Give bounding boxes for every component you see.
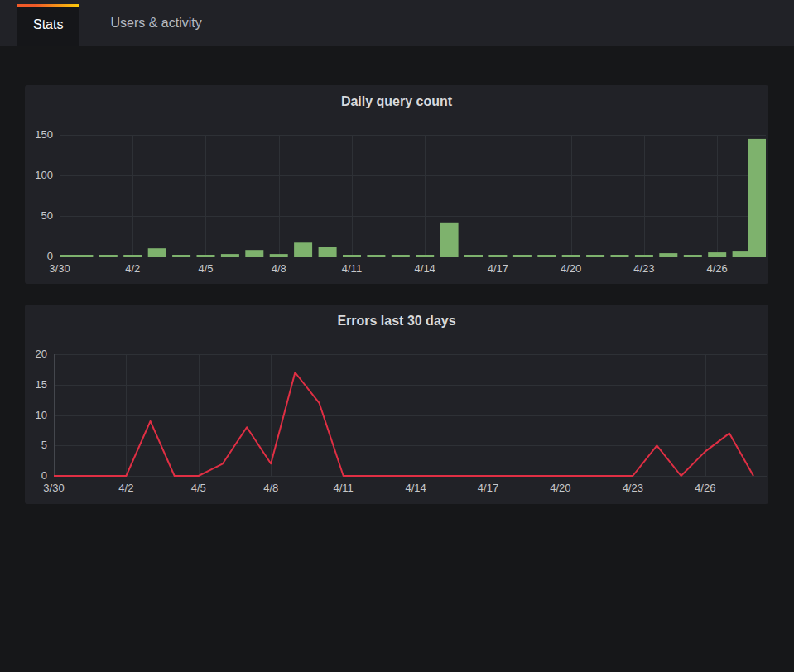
query-count-bar: [440, 223, 459, 257]
y-tick-label: 5: [25, 439, 47, 452]
tab-users-activity-label: Users & activity: [110, 16, 201, 31]
query-count-bar: [586, 255, 604, 257]
x-tick-label: 4/14: [405, 482, 426, 495]
bar-plot-area[interactable]: [60, 135, 766, 257]
x-tick-label: 4/5: [198, 262, 213, 276]
errors-line-series: [54, 372, 753, 476]
query-count-bar: [659, 253, 677, 257]
query-count-bar: [270, 254, 288, 257]
query-count-bar: [513, 255, 532, 257]
query-count-bar: [172, 255, 190, 257]
panel-errors-last-30-days: Errors last 30 days 051015203/304/24/54/…: [25, 305, 768, 504]
daily-query-count-chart[interactable]: 0501001503/304/24/54/84/114/144/174/204/…: [25, 85, 768, 284]
tab-users-activity[interactable]: Users & activity: [94, 0, 218, 46]
tab-bar: Stats Users & activity: [0, 0, 794, 46]
x-tick-label: 4/26: [707, 262, 728, 276]
tab-stats[interactable]: Stats: [17, 4, 79, 46]
x-tick-label: 4/23: [623, 482, 643, 495]
query-count-bar: [708, 252, 726, 257]
y-tick-label: 150: [25, 128, 53, 142]
x-tick-label: 4/8: [263, 482, 278, 495]
query-count-bar: [319, 247, 337, 257]
query-count-bar: [197, 255, 215, 257]
query-count-bar: [392, 255, 410, 257]
query-count-bar: [416, 255, 434, 257]
x-tick-label: 4/20: [550, 482, 570, 495]
panel-daily-query-count: Daily query count 0501001503/304/24/54/8…: [25, 85, 768, 284]
y-tick-label: 100: [25, 169, 53, 182]
query-count-bar: [99, 255, 118, 257]
query-count-bar: [75, 255, 93, 257]
line-plot-area[interactable]: [54, 354, 767, 476]
x-tick-label: 4/8: [272, 262, 286, 276]
query-count-bar: [148, 248, 166, 257]
query-count-bar: [537, 255, 556, 257]
x-tick-label: 3/30: [49, 262, 70, 276]
query-count-bar: [488, 255, 507, 257]
query-count-bar: [123, 255, 142, 257]
x-tick-label: 4/2: [118, 482, 133, 495]
query-count-bar: [464, 255, 483, 257]
active-tab-indicator: [17, 4, 79, 7]
y-tick-label: 0: [25, 250, 53, 263]
x-tick-label: 3/30: [43, 482, 64, 495]
x-tick-label: 4/20: [561, 262, 581, 276]
query-count-bar: [367, 255, 385, 257]
query-count-bar: [294, 242, 312, 257]
query-count-bar: [562, 255, 580, 257]
x-tick-label: 4/23: [633, 262, 654, 276]
y-tick-label: 10: [25, 409, 47, 422]
tab-stats-label: Stats: [33, 17, 63, 32]
x-tick-label: 4/11: [342, 262, 362, 276]
query-count-bar: [245, 250, 263, 257]
query-count-bar: [611, 255, 629, 257]
errors-last-30-days-chart[interactable]: 051015203/304/24/54/84/114/144/174/204/2…: [25, 305, 768, 504]
x-tick-label: 4/2: [125, 262, 140, 276]
query-count-bar: [343, 255, 361, 257]
y-tick-label: 50: [25, 209, 53, 223]
x-tick-label: 4/26: [695, 482, 715, 495]
query-count-bar: [684, 255, 702, 257]
y-tick-label: 20: [25, 348, 47, 361]
x-tick-label: 4/5: [191, 482, 206, 495]
query-count-bar: [635, 255, 653, 257]
query-count-bar: [221, 254, 239, 257]
x-tick-label: 4/14: [415, 262, 435, 276]
dashboard-content: Daily query count 0501001503/304/24/54/8…: [0, 46, 794, 504]
query-count-bar: [748, 139, 766, 257]
y-tick-label: 0: [25, 469, 47, 482]
x-tick-label: 4/17: [488, 262, 508, 276]
x-tick-label: 4/11: [333, 482, 353, 495]
y-tick-label: 15: [25, 378, 47, 391]
x-tick-label: 4/17: [478, 482, 498, 495]
